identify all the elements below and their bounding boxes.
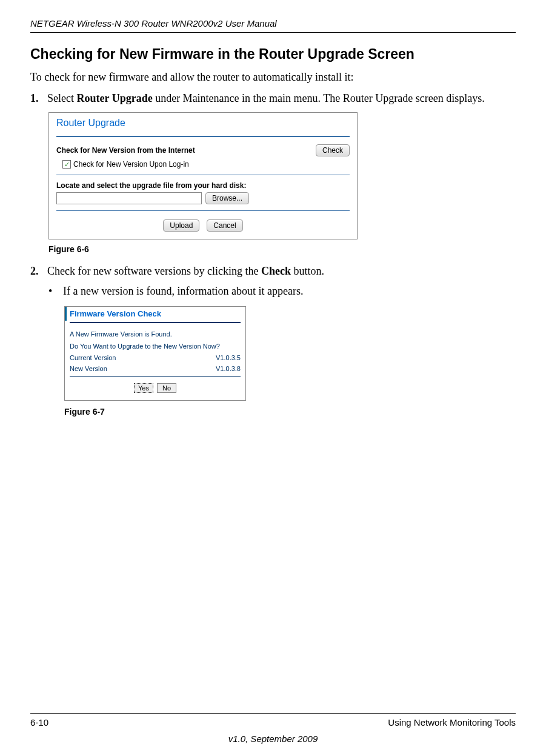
- figure-6-6-box: Router Upgrade Check for New Version fro…: [48, 112, 516, 239]
- no-button[interactable]: No: [157, 383, 176, 393]
- step-1-suffix: under Maintenance in the main menu. The …: [153, 92, 485, 104]
- upgrade-prompt-text: Do You Want to Upgrade to the New Versio…: [70, 340, 241, 352]
- step-1-bold: Router Upgrade: [76, 92, 152, 104]
- new-version-row: New Version V1.0.3.8: [70, 363, 241, 374]
- file-path-input[interactable]: [56, 192, 202, 204]
- footer-row: 6-10 Using Network Monitoring Tools: [30, 717, 516, 728]
- bullet-dot: •: [48, 285, 63, 298]
- figure-6-6-caption: Figure 6-6: [48, 244, 516, 254]
- check-version-row: Check for New Version from the Internet …: [56, 143, 350, 158]
- divider: [56, 210, 350, 211]
- page-number: 6-10: [30, 717, 48, 728]
- yes-button[interactable]: Yes: [134, 383, 153, 393]
- cancel-button[interactable]: Cancel: [207, 219, 242, 232]
- figure-6-7-caption: Figure 6-7: [64, 407, 516, 416]
- divider: [56, 136, 350, 137]
- page-header: NETGEAR Wireless-N 300 Router WNR2000v2 …: [30, 18, 516, 33]
- intro-text: To check for new firmware and allow the …: [30, 71, 516, 84]
- bullet-item: • If a new version is found, information…: [48, 285, 516, 298]
- action-button-row: Upload Cancel: [56, 215, 350, 232]
- footer-version: v1.0, September 2009: [30, 734, 516, 744]
- yes-no-row: Yes No: [70, 380, 241, 395]
- router-upgrade-title: Router Upgrade: [56, 118, 350, 132]
- firmware-check-screenshot: Firmware Version Check A New Firmware Ve…: [64, 306, 246, 401]
- footer-divider: [30, 713, 516, 714]
- new-version-value: V1.0.3.8: [216, 365, 241, 372]
- checkbox-checked-icon[interactable]: ✓: [62, 160, 71, 169]
- checkbox-label: Check for New Version Upon Log-in: [73, 160, 189, 169]
- divider: [70, 322, 241, 323]
- step-1-number: 1.: [30, 92, 47, 105]
- step-2: 2. Check for new software versions by cl…: [30, 265, 516, 278]
- check-button[interactable]: Check: [316, 144, 350, 156]
- divider: [70, 376, 241, 377]
- router-upgrade-screenshot: Router Upgrade Check for New Version fro…: [48, 112, 358, 239]
- bullet-text: If a new version is found, information a…: [63, 285, 303, 298]
- step-2-suffix: button.: [291, 265, 324, 277]
- firmware-found-text: A New Firmware Version is Found.: [70, 328, 241, 340]
- file-input-row: Browse...: [56, 190, 350, 207]
- new-version-label: New Version: [70, 365, 107, 372]
- divider: [56, 175, 350, 175]
- upload-button[interactable]: Upload: [163, 219, 199, 232]
- locate-label: Locate and select the upgrade file from …: [56, 179, 350, 190]
- section-heading: Checking for New Firmware in the Router …: [30, 46, 516, 62]
- step-1-prefix: Select: [47, 92, 76, 104]
- check-version-label: Check for New Version from the Internet: [56, 146, 195, 155]
- current-version-row: Current Version V1.0.3.5: [70, 352, 241, 363]
- step-2-text: Check for new software versions by click…: [47, 265, 516, 278]
- step-2-number: 2.: [30, 265, 47, 278]
- browse-button[interactable]: Browse...: [205, 192, 249, 204]
- firmware-check-title: Firmware Version Check: [65, 307, 245, 321]
- current-version-label: Current Version: [70, 354, 116, 361]
- step-1-text: Select Router Upgrade under Maintenance …: [47, 92, 516, 105]
- current-version-value: V1.0.3.5: [216, 354, 241, 361]
- step-2-prefix: Check for new software versions by click…: [47, 265, 261, 277]
- page-footer: 6-10 Using Network Monitoring Tools v1.0…: [30, 713, 516, 744]
- checkbox-row: ✓ Check for New Version Upon Log-in: [56, 158, 350, 171]
- firmware-check-content: A New Firmware Version is Found. Do You …: [65, 322, 245, 400]
- step-1: 1. Select Router Upgrade under Maintenan…: [30, 92, 516, 105]
- footer-section-name: Using Network Monitoring Tools: [388, 717, 516, 728]
- step-2-bold: Check: [261, 265, 291, 277]
